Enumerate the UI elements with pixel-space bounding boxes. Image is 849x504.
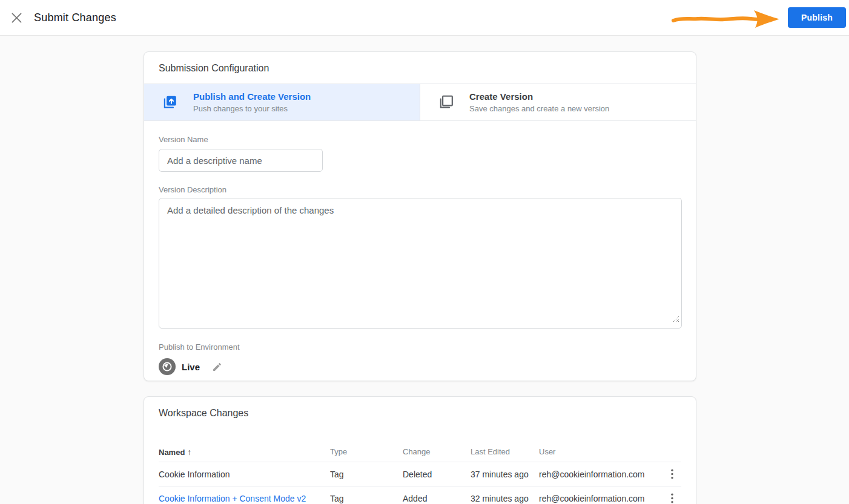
edit-environment-icon[interactable] — [210, 359, 224, 374]
page-title: Submit Changes — [34, 11, 116, 24]
change-type: Tag — [330, 494, 403, 503]
tab-text: Create Version Save changes and create a… — [469, 91, 609, 113]
environment-row: Live — [159, 358, 681, 375]
publish-button[interactable]: Publish — [788, 7, 846, 28]
column-header-change[interactable]: Change — [403, 447, 471, 456]
row-menu-icon[interactable] — [665, 467, 679, 482]
close-icon[interactable] — [6, 7, 27, 28]
submission-configuration-card: Submission Configuration Publish and Cre… — [144, 51, 696, 381]
table-row: Cookie Information Tag Deleted 37 minute… — [159, 462, 681, 486]
column-header-label: Named — [159, 448, 185, 457]
tab-text: Publish and Create Version Push changes … — [193, 91, 311, 113]
version-name-input[interactable] — [159, 149, 323, 172]
version-name-label: Version Name — [159, 135, 208, 144]
publish-upload-icon — [162, 94, 177, 110]
change-name: Cookie Information — [159, 470, 330, 479]
version-description-wrap — [159, 198, 682, 329]
tab-create-version[interactable]: Create Version Save changes and create a… — [420, 84, 696, 120]
change-name-link[interactable]: Cookie Information + Consent Mode v2 — [159, 494, 330, 503]
version-description-label: Version Description — [159, 185, 681, 194]
change-kind: Deleted — [403, 470, 471, 479]
live-environment-icon — [159, 358, 176, 375]
submission-configuration-title: Submission Configuration — [144, 52, 696, 83]
column-header-user[interactable]: User — [539, 447, 663, 456]
workspace-changes-table: Named↑ Type Change Last Edited User Cook… — [159, 442, 681, 504]
annotation-arrow-icon — [670, 6, 784, 33]
tab-title: Create Version — [469, 91, 609, 102]
tab-subtitle: Save changes and create a new version — [469, 104, 609, 113]
top-bar: Submit Changes Publish — [0, 0, 849, 36]
column-header-named[interactable]: Named↑ — [159, 447, 330, 457]
change-last-edited: 32 minutes ago — [471, 494, 539, 503]
change-type: Tag — [330, 470, 403, 479]
row-menu-icon[interactable] — [665, 491, 679, 504]
submission-type-tabs: Publish and Create Version Push changes … — [144, 83, 696, 121]
table-header-row: Named↑ Type Change Last Edited User — [159, 442, 681, 462]
textarea-resize-handle-icon[interactable] — [673, 314, 679, 325]
tab-title: Publish and Create Version — [193, 91, 311, 102]
publish-environment-label: Publish to Environment — [159, 342, 681, 352]
column-header-type[interactable]: Type — [330, 447, 403, 456]
workspace-changes-title: Workspace Changes — [144, 397, 696, 428]
table-row: Cookie Information + Consent Mode v2 Tag… — [159, 486, 681, 504]
environment-name: Live — [182, 362, 200, 372]
copy-pages-icon — [438, 94, 454, 110]
change-user: reh@cookieinformation.com — [539, 470, 663, 479]
version-description-input[interactable] — [159, 198, 682, 329]
tab-subtitle: Push changes to your sites — [193, 104, 311, 113]
change-last-edited: 37 minutes ago — [471, 470, 539, 479]
column-header-last-edited[interactable]: Last Edited — [471, 447, 539, 456]
sort-ascending-icon: ↑ — [187, 447, 191, 457]
submission-form: Version Name Version Description Publish… — [144, 121, 696, 375]
change-kind: Added — [403, 494, 471, 503]
change-user: reh@cookieinformation.com — [539, 494, 663, 503]
tab-publish-and-create-version[interactable]: Publish and Create Version Push changes … — [144, 84, 420, 120]
workspace-changes-card: Workspace Changes Named↑ Type Change Las… — [144, 396, 696, 504]
